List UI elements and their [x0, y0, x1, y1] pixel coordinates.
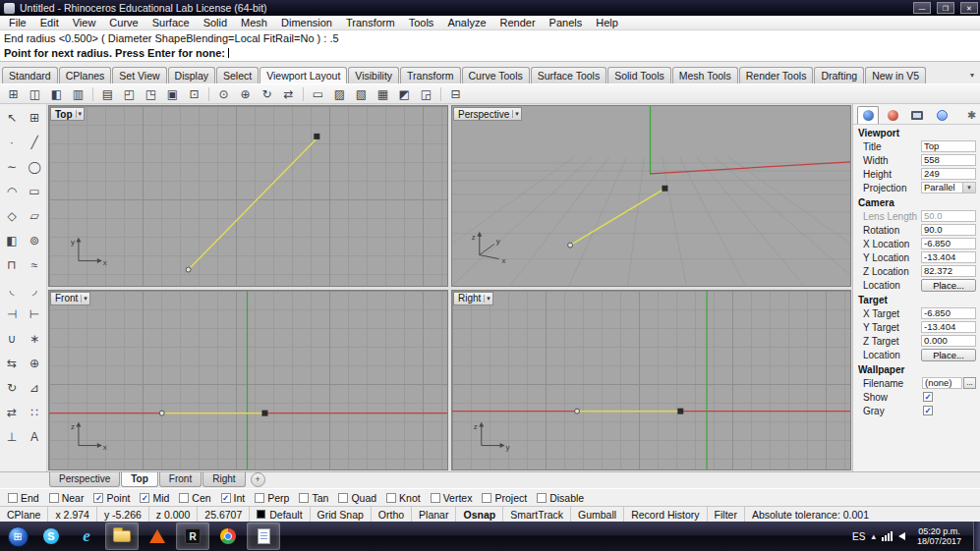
tab-layers[interactable] — [882, 106, 903, 124]
add-viewport-button[interactable]: + — [251, 472, 265, 487]
maximize-viewport-icon[interactable]: ▣ — [162, 85, 183, 103]
viewport-corner-2-icon[interactable]: ◳ — [141, 85, 161, 103]
grid-snap-toggle[interactable]: Grid Snap — [311, 507, 372, 522]
osnap-tan[interactable]: Tan — [299, 492, 328, 504]
wireframe-view-icon[interactable]: ▧ — [351, 85, 372, 103]
printer-icon[interactable]: ⊟ — [445, 85, 466, 103]
fillet-icon[interactable]: ◟ — [1, 277, 24, 302]
target-x-field[interactable]: -6.850 — [921, 307, 976, 319]
menu-curve[interactable]: Curve — [102, 16, 144, 29]
tab-new-in-v5[interactable]: New in V5 — [865, 67, 926, 83]
tab-mesh-tools[interactable]: Mesh Tools — [672, 67, 738, 83]
zoom-extents-icon[interactable]: ⊙ — [213, 85, 234, 103]
tab-transform[interactable]: Transform — [400, 67, 460, 83]
close-button[interactable]: ✕ — [960, 2, 978, 14]
grid-toggle-icon[interactable]: ▦ — [373, 85, 393, 103]
single-viewport-icon[interactable]: ⊡ — [184, 85, 204, 103]
osnap-mid[interactable]: Mid — [140, 492, 169, 504]
viewport-layout-4-icon[interactable]: ⊞ — [3, 85, 24, 103]
layer-pane[interactable]: Default — [250, 507, 310, 522]
osnap-vertex[interactable]: Vertex — [431, 492, 473, 504]
front-viewport-canvas[interactable]: z x — [49, 291, 447, 470]
rotate-icon[interactable]: ↻ — [1, 375, 24, 400]
curve-segment[interactable] — [189, 138, 318, 270]
join-icon[interactable]: ∪ — [1, 326, 24, 351]
osnap-perp[interactable]: Perp — [255, 492, 289, 504]
camera-x-field[interactable]: -6.850 — [921, 238, 976, 249]
wallpaper-filename-field[interactable]: (none) — [922, 377, 962, 389]
target-y-field[interactable]: -13.404 — [921, 321, 976, 333]
rotate-view-icon[interactable]: ↻ — [257, 85, 277, 103]
chamfer-icon[interactable]: ◞ — [24, 277, 46, 302]
osnap-knot[interactable]: Knot — [386, 492, 421, 504]
viewport-perspective[interactable]: Perspective ▾ — [451, 105, 851, 287]
record-history-toggle[interactable]: Record History — [624, 507, 707, 522]
browse-button[interactable]: ... — [963, 377, 976, 389]
chevron-down-icon[interactable]: ▾ — [81, 295, 87, 303]
control-point-marker[interactable] — [677, 408, 683, 413]
named-view-icon[interactable]: ▭ — [308, 85, 328, 103]
ortho-toggle[interactable]: Ortho — [372, 507, 412, 522]
trim-icon[interactable]: ⊣ — [1, 302, 24, 326]
split-icon[interactable]: ⊢ — [24, 302, 46, 326]
checkbox[interactable] — [8, 493, 18, 503]
chevron-down-icon[interactable]: ▾ — [484, 295, 490, 303]
checkbox[interactable] — [299, 493, 309, 503]
tab-display[interactable] — [906, 106, 928, 124]
viewport-right-title[interactable]: Right ▾ — [453, 292, 493, 305]
internet-explorer-taskbar-button[interactable]: e — [70, 523, 103, 550]
selection-filter-icon[interactable]: ⊞ — [24, 105, 46, 130]
shaded-view-icon[interactable]: ▨ — [329, 85, 350, 103]
menu-transform[interactable]: Transform — [339, 16, 402, 29]
volume-icon[interactable] — [898, 532, 905, 540]
smarttrack-toggle[interactable]: SmartTrack — [503, 507, 571, 522]
arc-icon[interactable]: ◠ — [1, 179, 24, 203]
extrude-icon[interactable]: ⊓ — [1, 252, 24, 277]
chevron-down-icon[interactable]: ▾ — [966, 71, 978, 83]
maximize-button[interactable]: ❐ — [937, 2, 954, 14]
menu-tools[interactable]: Tools — [402, 16, 441, 29]
chrome-taskbar-button[interactable] — [211, 523, 245, 550]
surface-icon[interactable]: ◧ — [1, 228, 24, 252]
control-point-marker[interactable] — [662, 186, 667, 192]
background-toggle-icon[interactable]: ◩ — [394, 85, 415, 103]
osnap-toggle[interactable]: Osnap — [456, 507, 503, 522]
checkbox[interactable] — [338, 493, 348, 503]
menu-mesh[interactable]: Mesh — [234, 16, 274, 29]
gear-icon[interactable]: ✱ — [967, 109, 976, 122]
osnap-project[interactable]: Project — [482, 492, 527, 504]
tab-display[interactable]: Display — [168, 67, 215, 83]
document-app-taskbar-button[interactable] — [247, 523, 280, 550]
tab-cplanes[interactable]: CPlanes — [59, 67, 112, 83]
zoom-window-icon[interactable]: ⊕ — [235, 85, 256, 103]
viewport-properties-icon[interactable]: ◲ — [416, 85, 436, 103]
move-icon[interactable]: ⇆ — [1, 351, 24, 375]
osnap-point[interactable]: Point — [93, 492, 130, 504]
plane-icon[interactable]: ▱ — [24, 203, 46, 228]
viewport-perspective-title[interactable]: Perspective ▾ — [453, 107, 522, 121]
rotation-field[interactable]: 90.0 — [921, 224, 976, 236]
viewport-tab-right[interactable]: Right — [202, 472, 245, 487]
tab-curve-tools[interactable]: Curve Tools — [462, 67, 530, 83]
projection-dropdown[interactable]: Parallel▼ — [921, 182, 976, 193]
viewport-layout-2-icon[interactable]: ◧ — [46, 85, 67, 103]
viewport-width-field[interactable]: 558 — [921, 154, 976, 166]
tab-select[interactable]: Select — [216, 67, 259, 83]
show-wallpaper-checkbox[interactable] — [923, 392, 933, 402]
right-viewport-canvas[interactable]: z y — [452, 291, 850, 470]
checkbox[interactable] — [386, 493, 396, 503]
command-history[interactable]: End radius <0.500> ( Diameter ShapeBlend… — [0, 30, 980, 46]
viewport-front-title[interactable]: Front ▾ — [50, 292, 90, 305]
gray-wallpaper-checkbox[interactable] — [923, 406, 933, 415]
viewport-top-title[interactable]: Top ▾ — [50, 107, 85, 121]
hidden-icons-button[interactable]: ▴ — [871, 531, 876, 541]
checkbox[interactable] — [49, 493, 59, 503]
viewport-tab-front[interactable]: Front — [159, 472, 202, 487]
perspective-viewport-canvas[interactable]: z x y — [452, 106, 850, 286]
target-place-button[interactable]: Place... — [921, 349, 976, 361]
text-icon[interactable]: A — [24, 424, 46, 449]
vlc-taskbar-button[interactable] — [141, 523, 174, 550]
circle-icon[interactable]: ◯ — [24, 154, 46, 179]
viewport-title-field[interactable]: Top — [921, 140, 976, 152]
checkbox[interactable] — [431, 493, 440, 503]
